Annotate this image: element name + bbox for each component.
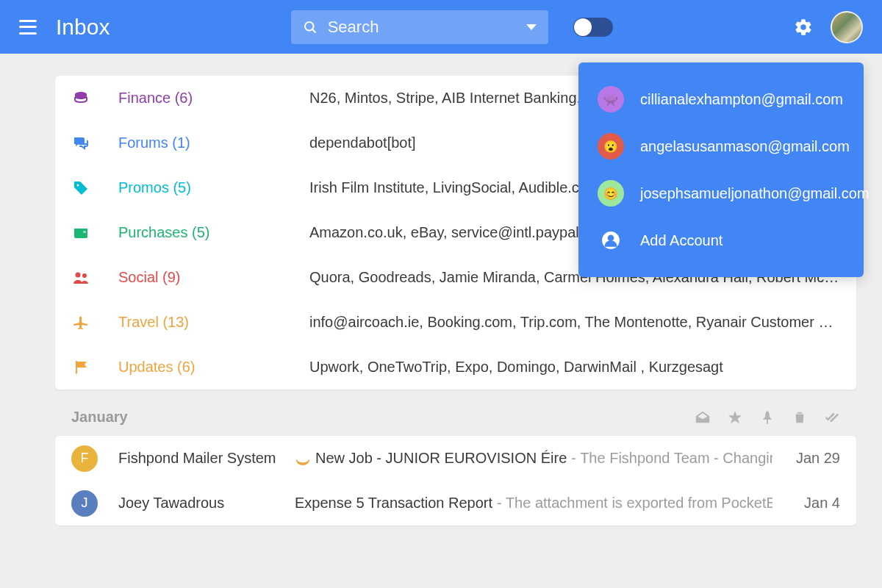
- accounts-menu: 👾 cillianalexhampton@gmail.com 😮 angelas…: [578, 62, 864, 277]
- main-content: Finance (6) N26, Mintos, Stripe, AIB Int…: [0, 54, 882, 526]
- user-avatar[interactable]: [831, 11, 863, 43]
- app-header: Inbox Search: [0, 0, 882, 54]
- page-title: Inbox: [56, 15, 110, 40]
- pin-icon[interactable]: [759, 409, 775, 426]
- add-account-button[interactable]: Add Account: [578, 217, 864, 264]
- account-item[interactable]: 👾 cillianalexhampton@gmail.com: [578, 76, 864, 123]
- category-label: Purchases (5): [118, 224, 309, 241]
- purchases-icon: [71, 224, 90, 242]
- email-row[interactable]: F Fishpond Mailer System New Job - JUNIO…: [55, 436, 856, 481]
- promos-icon: [71, 179, 90, 197]
- gear-icon[interactable]: [794, 18, 813, 37]
- month-header: January: [55, 390, 856, 436]
- category-label: Finance (6): [118, 90, 309, 107]
- sender-avatar: J: [71, 490, 98, 517]
- search-icon: [303, 20, 318, 35]
- category-senders: info@aircoach.ie, Booking.com, Trip.com,…: [309, 314, 840, 331]
- toggle-knob: [574, 18, 592, 36]
- email-preview: - The Fishpond Team - Changing Castir: [571, 450, 772, 467]
- search-dropdown-caret[interactable]: [526, 24, 537, 30]
- account-item[interactable]: 😮 angelasusanmason@gmail.com: [578, 123, 864, 170]
- account-avatar: 😮: [598, 133, 624, 159]
- category-label: Social (9): [118, 269, 309, 286]
- account-item[interactable]: 😊 josephsamueljonathon@gmail.com: [578, 170, 864, 217]
- email-row[interactable]: J Joey Tawadrous Expense 5 Transaction R…: [55, 481, 856, 526]
- account-avatar: 😊: [598, 180, 624, 207]
- svg-point-3: [77, 184, 79, 186]
- category-label: Forums (1): [118, 135, 309, 151]
- trash-icon[interactable]: [792, 409, 808, 426]
- category-senders: Upwork, OneTwoTrip, Expo, Domingo, Darwi…: [309, 359, 840, 376]
- svg-point-8: [82, 273, 87, 278]
- month-label: January: [71, 409, 128, 426]
- email-subject: Expense 5 Transaction Report: [295, 495, 492, 512]
- svg-point-7: [76, 272, 81, 277]
- category-label: Travel (13): [118, 314, 309, 331]
- svg-rect-6: [83, 231, 86, 233]
- account-avatar: 👾: [598, 86, 624, 112]
- email-sender: Fishpond Mailer System: [118, 450, 295, 467]
- menu-button[interactable]: [19, 20, 37, 35]
- svg-line-1: [312, 29, 315, 32]
- email-subject: New Job - JUNIOR EUROVISION Éire: [315, 450, 567, 467]
- social-icon: [71, 269, 90, 287]
- svg-point-10: [608, 234, 614, 241]
- category-label: Promos (5): [118, 179, 309, 196]
- email-content: Expense 5 Transaction Report - The attac…: [295, 495, 772, 512]
- svg-point-0: [305, 21, 314, 30]
- forums-icon: [71, 135, 90, 152]
- category-updates[interactable]: Updates (6) Upwork, OneTwoTrip, Expo, Do…: [55, 345, 856, 390]
- email-preview: - The attachment is exported from Pocket…: [497, 495, 772, 512]
- travel-icon: [71, 314, 90, 331]
- email-sender: Joey Tawadrous: [118, 495, 295, 512]
- email-date: Jan 29: [781, 450, 840, 467]
- account-email: cillianalexhampton@gmail.com: [640, 91, 843, 108]
- account-email: josephsamueljonathon@gmail.com: [640, 185, 870, 202]
- category-tag-icon: [295, 453, 311, 464]
- theme-toggle[interactable]: [573, 18, 613, 37]
- sender-avatar: F: [71, 445, 98, 472]
- star-icon[interactable]: [727, 409, 743, 426]
- search-placeholder: Search: [328, 18, 526, 37]
- emails-card: F Fishpond Mailer System New Job - JUNIO…: [55, 436, 856, 526]
- done-all-icon[interactable]: [824, 409, 840, 426]
- category-travel[interactable]: Travel (13) info@aircoach.ie, Booking.co…: [55, 300, 856, 345]
- search-input[interactable]: Search: [291, 10, 548, 44]
- email-content: New Job - JUNIOR EUROVISION Éire - The F…: [295, 450, 772, 467]
- updates-icon: [71, 359, 90, 376]
- add-account-label: Add Account: [640, 232, 723, 249]
- account-email: angelasusanmason@gmail.com: [640, 138, 850, 155]
- email-date: Jan 4: [781, 495, 840, 512]
- category-label: Updates (6): [118, 359, 309, 376]
- finance-icon: [71, 90, 90, 107]
- add-account-icon: [598, 227, 624, 254]
- mark-read-icon[interactable]: [695, 409, 711, 426]
- month-actions: [695, 409, 840, 426]
